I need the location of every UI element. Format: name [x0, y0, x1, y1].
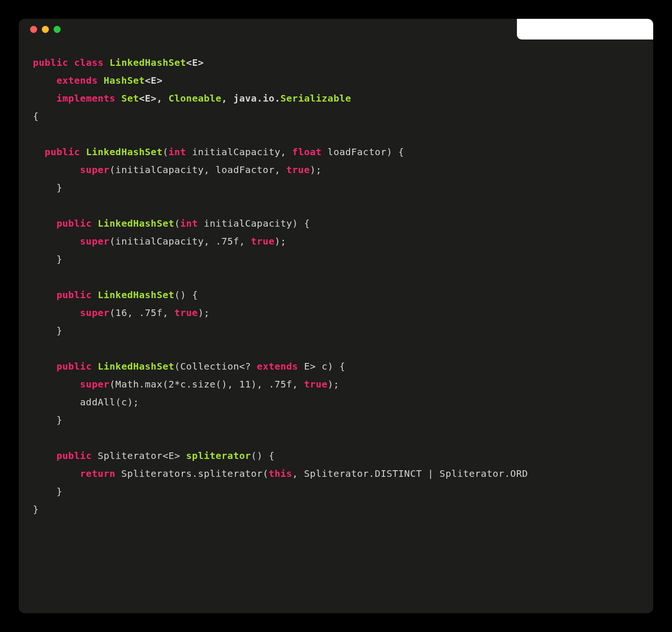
- code-line: super(Math.max(2*c.size(), 11), .75f, tr…: [33, 375, 639, 393]
- code-line: super(16, .75f, true);: [33, 304, 639, 322]
- code-line: }: [33, 322, 639, 340]
- code-token: [33, 307, 80, 318]
- code-line: }: [33, 250, 639, 268]
- code-token: LinkedHashSet: [86, 146, 163, 158]
- code-line: [33, 268, 639, 286]
- code-token: public: [56, 361, 98, 372]
- code-token: extends: [56, 75, 103, 86]
- code-token: [33, 450, 56, 461]
- traffic-lights: [30, 26, 61, 33]
- code-token: , java.io.: [221, 93, 280, 104]
- code-token: return: [80, 468, 115, 479]
- code-token: LinkedHashSet: [98, 218, 174, 229]
- code-token: super: [80, 236, 109, 247]
- code-token: (: [163, 146, 169, 158]
- code-token: addAll(c);: [33, 396, 139, 408]
- code-token: (Math.max(2*c.size(), 11), .75f,: [109, 379, 304, 390]
- code-line: }: [33, 179, 639, 197]
- code-token: extends: [257, 361, 298, 372]
- code-token: true: [286, 164, 310, 175]
- code-token: initialCapacity,: [186, 146, 292, 158]
- code-token: (16, .75f,: [109, 307, 174, 318]
- code-token: super: [80, 379, 109, 390]
- code-token: [33, 236, 80, 247]
- code-line: super(initialCapacity, loadFactor, true)…: [33, 161, 639, 179]
- code-token: Spliterators.spliterator(: [116, 468, 269, 479]
- close-icon[interactable]: [30, 26, 37, 33]
- code-token: int: [168, 146, 186, 158]
- code-token: [33, 289, 56, 300]
- code-line: addAll(c);: [33, 393, 639, 411]
- titlebar: [19, 19, 653, 40]
- code-token: <E>: [186, 57, 204, 68]
- code-line: public LinkedHashSet(Collection<? extend…: [33, 357, 639, 375]
- code-token: LinkedHashSet: [98, 289, 174, 300]
- code-token: (initialCapacity, loadFactor,: [109, 164, 286, 175]
- code-line: [33, 125, 639, 143]
- code-line: }: [33, 500, 639, 518]
- maximize-icon[interactable]: [54, 26, 61, 33]
- code-token: () {: [174, 289, 198, 300]
- code-token: public: [56, 289, 98, 300]
- code-token: LinkedHashSet: [98, 361, 174, 372]
- code-line: [33, 340, 639, 357]
- code-token: [33, 361, 56, 372]
- code-line: super(initialCapacity, .75f, true);: [33, 232, 639, 250]
- code-line: extends HashSet<E>: [33, 71, 639, 89]
- code-line: public class LinkedHashSet<E>: [33, 54, 639, 71]
- code-token: Set: [121, 93, 139, 104]
- code-token: spliterator: [186, 450, 251, 461]
- code-token: {: [33, 111, 39, 122]
- code-line: public LinkedHashSet(int initialCapacity…: [33, 143, 639, 161]
- code-token: E> c) {: [298, 361, 345, 372]
- code-line: {: [33, 107, 639, 125]
- code-editor[interactable]: public class LinkedHashSet<E> extends Ha…: [19, 40, 653, 532]
- code-token: public: [56, 218, 98, 229]
- code-token: }: [33, 414, 63, 426]
- code-token: float: [292, 146, 322, 158]
- code-token: implements: [56, 93, 121, 104]
- code-token: Cloneable: [168, 93, 221, 104]
- tab-area[interactable]: [517, 19, 653, 40]
- code-token: (: [174, 218, 180, 229]
- code-token: () {: [251, 450, 274, 461]
- code-token: HashSet: [104, 75, 145, 86]
- code-line: public LinkedHashSet(int initialCapacity…: [33, 214, 639, 232]
- code-line: public Spliterator<E> spliterator() {: [33, 447, 639, 465]
- code-token: [33, 75, 56, 86]
- minimize-icon[interactable]: [42, 26, 49, 33]
- code-token: [33, 164, 80, 175]
- code-token: [33, 146, 45, 158]
- code-line: }: [33, 482, 639, 500]
- code-token: initialCapacity) {: [198, 218, 310, 229]
- code-token: [33, 93, 56, 104]
- code-token: [33, 468, 80, 479]
- code-token: int: [180, 218, 198, 229]
- code-token: [33, 218, 56, 229]
- code-token: }: [33, 504, 39, 515]
- code-token: );: [328, 379, 339, 390]
- code-token: super: [80, 164, 109, 175]
- code-token: }: [33, 253, 63, 265]
- code-line: public LinkedHashSet() {: [33, 286, 639, 304]
- code-token: public: [33, 57, 74, 68]
- code-line: implements Set<E>, Cloneable, java.io.Se…: [33, 89, 639, 107]
- code-line: [33, 197, 639, 214]
- code-line: return Spliterators.spliterator(this, Sp…: [33, 465, 639, 482]
- code-token: public: [56, 450, 92, 461]
- code-token: true: [251, 236, 274, 247]
- code-line: }: [33, 411, 639, 429]
- code-line: [33, 429, 639, 447]
- code-token: }: [33, 325, 63, 336]
- code-token: <E>: [145, 75, 163, 86]
- code-token: public: [45, 146, 86, 158]
- code-token: );: [198, 307, 210, 318]
- code-token: );: [310, 164, 321, 175]
- code-token: );: [274, 236, 286, 247]
- code-token: LinkedHashSet: [109, 57, 186, 68]
- code-window: public class LinkedHashSet<E> extends Ha…: [19, 19, 653, 613]
- code-token: <E>,: [139, 93, 169, 104]
- code-token: true: [304, 379, 328, 390]
- code-token: true: [174, 307, 198, 318]
- code-token: (initialCapacity, .75f,: [109, 236, 251, 247]
